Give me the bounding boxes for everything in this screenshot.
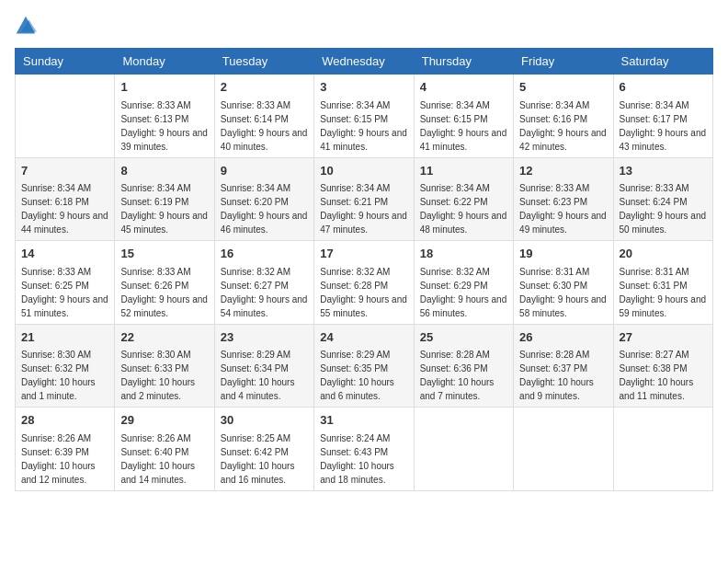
calendar-cell: 29Sunrise: 8:26 AMSunset: 6:40 PMDayligh… <box>115 408 214 491</box>
column-header-tuesday: Tuesday <box>214 49 313 75</box>
day-info: Sunrise: 8:33 AMSunset: 6:25 PMDaylight:… <box>21 265 108 320</box>
day-number: 9 <box>221 162 308 180</box>
day-info: Sunrise: 8:27 AMSunset: 6:38 PMDaylight:… <box>620 348 707 403</box>
day-info: Sunrise: 8:33 AMSunset: 6:14 PMDaylight:… <box>221 98 308 154</box>
day-number: 3 <box>320 78 407 97</box>
day-info: Sunrise: 8:25 AMSunset: 6:42 PMDaylight:… <box>221 431 308 487</box>
calendar-cell: 30Sunrise: 8:25 AMSunset: 6:42 PMDayligh… <box>214 408 313 491</box>
day-number: 12 <box>519 162 607 180</box>
day-number: 22 <box>120 328 208 347</box>
calendar-cell: 25Sunrise: 8:28 AMSunset: 6:36 PMDayligh… <box>414 324 513 408</box>
day-number: 24 <box>320 328 407 347</box>
calendar-cell: 31Sunrise: 8:24 AMSunset: 6:43 PMDayligh… <box>314 408 414 491</box>
calendar-cell: 22Sunrise: 8:30 AMSunset: 6:33 PMDayligh… <box>115 324 214 408</box>
calendar-cell: 19Sunrise: 8:31 AMSunset: 6:30 PMDayligh… <box>514 241 613 325</box>
day-info: Sunrise: 8:32 AMSunset: 6:27 PMDaylight:… <box>221 265 308 320</box>
day-number: 15 <box>120 245 208 263</box>
day-info: Sunrise: 8:34 AMSunset: 6:16 PMDaylight:… <box>519 98 607 154</box>
column-header-wednesday: Wednesday <box>314 49 414 75</box>
day-number: 16 <box>221 245 308 263</box>
calendar-cell: 17Sunrise: 8:32 AMSunset: 6:28 PMDayligh… <box>314 241 414 325</box>
day-number: 21 <box>21 328 108 347</box>
day-number: 7 <box>21 162 108 180</box>
day-info: Sunrise: 8:26 AMSunset: 6:39 PMDaylight:… <box>21 431 108 487</box>
calendar-table: SundayMondayTuesdayWednesdayThursdayFrid… <box>15 48 713 491</box>
day-number: 2 <box>221 78 308 97</box>
calendar-cell: 7Sunrise: 8:34 AMSunset: 6:18 PMDaylight… <box>16 157 115 241</box>
calendar-cell: 9Sunrise: 8:34 AMSunset: 6:20 PMDaylight… <box>214 157 313 241</box>
day-number: 11 <box>420 162 507 180</box>
column-headers: SundayMondayTuesdayWednesdayThursdayFrid… <box>16 49 713 75</box>
day-info: Sunrise: 8:31 AMSunset: 6:30 PMDaylight:… <box>519 265 607 320</box>
day-number: 1 <box>120 78 208 97</box>
calendar-cell: 20Sunrise: 8:31 AMSunset: 6:31 PMDayligh… <box>613 241 712 325</box>
day-info: Sunrise: 8:34 AMSunset: 6:19 PMDaylight:… <box>120 181 208 236</box>
day-number: 20 <box>620 245 707 263</box>
day-info: Sunrise: 8:34 AMSunset: 6:17 PMDaylight:… <box>620 98 707 154</box>
calendar-week-row: 14Sunrise: 8:33 AMSunset: 6:25 PMDayligh… <box>16 241 713 325</box>
day-info: Sunrise: 8:34 AMSunset: 6:15 PMDaylight:… <box>320 98 407 154</box>
logo <box>15 15 40 37</box>
calendar-cell: 28Sunrise: 8:26 AMSunset: 6:39 PMDayligh… <box>16 408 115 491</box>
day-info: Sunrise: 8:34 AMSunset: 6:20 PMDaylight:… <box>221 181 308 236</box>
day-info: Sunrise: 8:33 AMSunset: 6:24 PMDaylight:… <box>620 181 707 236</box>
day-info: Sunrise: 8:31 AMSunset: 6:31 PMDaylight:… <box>620 265 707 320</box>
day-info: Sunrise: 8:34 AMSunset: 6:18 PMDaylight:… <box>21 181 108 236</box>
day-number: 17 <box>320 245 407 263</box>
calendar-cell: 10Sunrise: 8:34 AMSunset: 6:21 PMDayligh… <box>314 157 414 241</box>
calendar-cell: 14Sunrise: 8:33 AMSunset: 6:25 PMDayligh… <box>16 241 115 325</box>
day-info: Sunrise: 8:26 AMSunset: 6:40 PMDaylight:… <box>120 431 208 487</box>
day-info: Sunrise: 8:32 AMSunset: 6:29 PMDaylight:… <box>420 265 507 320</box>
calendar-cell: 23Sunrise: 8:29 AMSunset: 6:34 PMDayligh… <box>214 324 313 408</box>
calendar-cell: 1Sunrise: 8:33 AMSunset: 6:13 PMDaylight… <box>115 75 214 158</box>
calendar-cell <box>16 75 115 158</box>
calendar-cell: 4Sunrise: 8:34 AMSunset: 6:15 PMDaylight… <box>414 75 513 158</box>
day-number: 14 <box>21 245 108 263</box>
logo-icon <box>15 15 37 37</box>
day-number: 28 <box>21 411 108 430</box>
day-info: Sunrise: 8:34 AMSunset: 6:15 PMDaylight:… <box>420 98 507 154</box>
day-number: 6 <box>620 78 707 97</box>
day-number: 30 <box>221 411 308 430</box>
day-info: Sunrise: 8:29 AMSunset: 6:35 PMDaylight:… <box>320 348 407 403</box>
calendar-cell: 15Sunrise: 8:33 AMSunset: 6:26 PMDayligh… <box>115 241 214 325</box>
day-info: Sunrise: 8:30 AMSunset: 6:32 PMDaylight:… <box>21 348 108 403</box>
calendar-cell: 12Sunrise: 8:33 AMSunset: 6:23 PMDayligh… <box>514 157 613 241</box>
day-number: 23 <box>221 328 308 347</box>
day-info: Sunrise: 8:24 AMSunset: 6:43 PMDaylight:… <box>320 431 407 487</box>
day-number: 31 <box>320 411 407 430</box>
day-number: 13 <box>620 162 707 180</box>
day-number: 29 <box>120 411 208 430</box>
calendar-cell: 24Sunrise: 8:29 AMSunset: 6:35 PMDayligh… <box>314 324 414 408</box>
day-info: Sunrise: 8:33 AMSunset: 6:23 PMDaylight:… <box>519 181 607 236</box>
calendar-cell: 11Sunrise: 8:34 AMSunset: 6:22 PMDayligh… <box>414 157 513 241</box>
day-info: Sunrise: 8:33 AMSunset: 6:13 PMDaylight:… <box>120 98 208 154</box>
day-number: 27 <box>620 328 707 347</box>
calendar-cell <box>514 408 613 491</box>
column-header-saturday: Saturday <box>613 49 712 75</box>
day-info: Sunrise: 8:34 AMSunset: 6:21 PMDaylight:… <box>320 181 407 236</box>
day-info: Sunrise: 8:34 AMSunset: 6:22 PMDaylight:… <box>420 181 507 236</box>
day-number: 8 <box>120 162 208 180</box>
calendar-week-row: 1Sunrise: 8:33 AMSunset: 6:13 PMDaylight… <box>16 75 713 158</box>
calendar-week-row: 28Sunrise: 8:26 AMSunset: 6:39 PMDayligh… <box>16 408 713 491</box>
day-info: Sunrise: 8:29 AMSunset: 6:34 PMDaylight:… <box>221 348 308 403</box>
day-number: 10 <box>320 162 407 180</box>
column-header-thursday: Thursday <box>414 49 513 75</box>
column-header-sunday: Sunday <box>16 49 115 75</box>
column-header-monday: Monday <box>115 49 214 75</box>
calendar-cell <box>414 408 513 491</box>
day-info: Sunrise: 8:28 AMSunset: 6:36 PMDaylight:… <box>420 348 507 403</box>
calendar-cell: 18Sunrise: 8:32 AMSunset: 6:29 PMDayligh… <box>414 241 513 325</box>
column-header-friday: Friday <box>514 49 613 75</box>
calendar-cell: 27Sunrise: 8:27 AMSunset: 6:38 PMDayligh… <box>613 324 712 408</box>
day-info: Sunrise: 8:33 AMSunset: 6:26 PMDaylight:… <box>120 265 208 320</box>
calendar-cell: 16Sunrise: 8:32 AMSunset: 6:27 PMDayligh… <box>214 241 313 325</box>
calendar-cell <box>613 408 712 491</box>
calendar-cell: 3Sunrise: 8:34 AMSunset: 6:15 PMDaylight… <box>314 75 414 158</box>
day-number: 26 <box>519 328 607 347</box>
day-number: 4 <box>420 78 507 97</box>
calendar-cell: 5Sunrise: 8:34 AMSunset: 6:16 PMDaylight… <box>514 75 613 158</box>
calendar-cell: 8Sunrise: 8:34 AMSunset: 6:19 PMDaylight… <box>115 157 214 241</box>
calendar-cell: 21Sunrise: 8:30 AMSunset: 6:32 PMDayligh… <box>16 324 115 408</box>
